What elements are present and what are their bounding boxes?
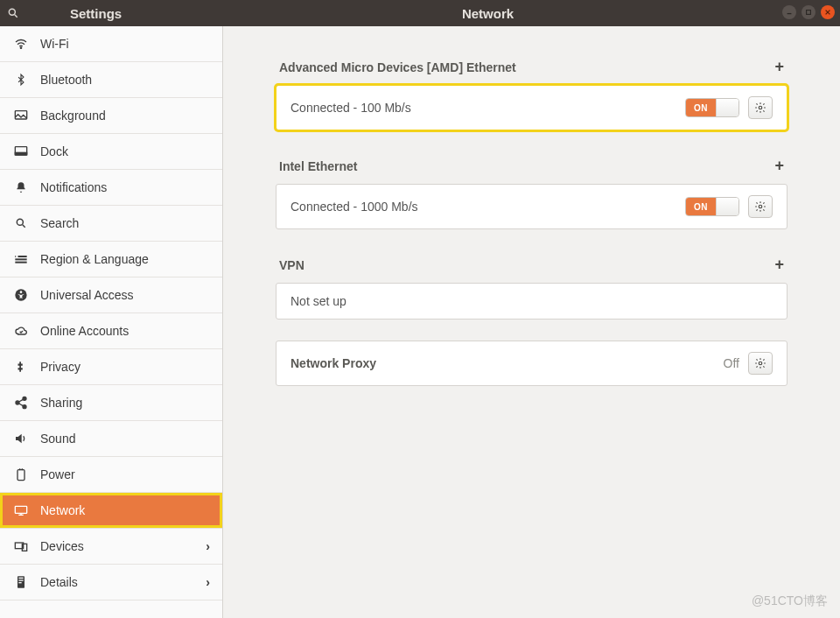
sidebar-item-dock[interactable]: Dock bbox=[0, 134, 222, 170]
add-vpn-button[interactable]: + bbox=[774, 256, 784, 274]
svg-point-6 bbox=[20, 47, 21, 48]
vpn-status: Not set up bbox=[290, 294, 346, 308]
section-header: Intel Ethernet + bbox=[276, 151, 788, 184]
sidebar-item-label: Dock bbox=[40, 144, 68, 158]
sidebar-item-label: Bluetooth bbox=[40, 73, 92, 87]
sidebar-item-universal-access[interactable]: Universal Access bbox=[0, 277, 222, 313]
connection-toggle[interactable]: ON bbox=[685, 98, 739, 117]
sidebar-item-label: Notifications bbox=[40, 180, 107, 194]
add-connection-button[interactable]: + bbox=[774, 157, 784, 175]
sidebar-item-search[interactable]: Search bbox=[0, 206, 222, 242]
svg-rect-32 bbox=[18, 578, 23, 579]
connection-toggle[interactable]: ON bbox=[685, 197, 739, 216]
bell-icon bbox=[12, 180, 30, 194]
close-button[interactable] bbox=[821, 5, 835, 19]
wifi-icon bbox=[12, 37, 30, 51]
minimize-button[interactable] bbox=[782, 5, 796, 19]
sidebar-item-wifi[interactable]: Wi-Fi bbox=[0, 26, 222, 62]
sound-icon bbox=[12, 432, 30, 445]
gear-icon bbox=[754, 357, 766, 369]
sidebar-item-sharing[interactable]: Sharing bbox=[0, 385, 222, 421]
titlebar: Settings Network bbox=[0, 0, 840, 26]
svg-rect-13 bbox=[15, 258, 26, 260]
section-header: VPN + bbox=[276, 250, 788, 283]
network-panel: Advanced Micro Devices [AMD] Ethernet + … bbox=[223, 26, 840, 618]
svg-line-21 bbox=[19, 399, 24, 402]
sidebar-item-label: Sharing bbox=[40, 396, 82, 410]
network-icon bbox=[12, 504, 30, 516]
sidebar-item-label: Universal Access bbox=[40, 288, 134, 302]
cloud-icon bbox=[12, 325, 30, 337]
section-title: VPN bbox=[279, 258, 304, 272]
window-controls bbox=[782, 5, 835, 19]
connection-status: Connected - 100 Mb/s bbox=[290, 101, 411, 115]
region-icon bbox=[12, 253, 30, 265]
svg-point-19 bbox=[23, 397, 26, 400]
sidebar-item-sound[interactable]: Sound bbox=[0, 421, 222, 457]
sidebar-item-privacy[interactable]: Privacy bbox=[0, 349, 222, 385]
proxy-section: Network Proxy Off bbox=[276, 341, 788, 386]
toggle-on-label: ON bbox=[686, 198, 716, 215]
svg-rect-23 bbox=[18, 470, 24, 481]
power-icon bbox=[12, 467, 30, 481]
connection-settings-button[interactable] bbox=[748, 195, 773, 218]
row-controls: ON bbox=[685, 96, 773, 119]
sidebar-item-notifications[interactable]: Notifications bbox=[0, 170, 222, 206]
sidebar-item-region[interactable]: Region & Language bbox=[0, 242, 222, 277]
svg-point-35 bbox=[759, 106, 762, 109]
layout: Wi-Fi Bluetooth Background Dock Notifica bbox=[0, 26, 840, 618]
proxy-state: Off bbox=[724, 356, 739, 370]
svg-point-0 bbox=[9, 9, 15, 15]
sidebar-item-network[interactable]: Network bbox=[0, 493, 222, 529]
header-page-title: Network bbox=[223, 6, 840, 21]
ethernet-section-intel: Intel Ethernet + Connected - 1000 Mb/s O… bbox=[276, 151, 788, 229]
connection-row-intel[interactable]: Connected - 1000 Mb/s ON bbox=[276, 184, 788, 229]
bluetooth-icon bbox=[12, 73, 30, 87]
universal-access-icon bbox=[12, 288, 30, 302]
toggle-knob bbox=[716, 198, 738, 215]
row-controls: ON bbox=[685, 195, 773, 218]
svg-point-36 bbox=[759, 205, 762, 208]
proxy-settings-button[interactable] bbox=[748, 352, 773, 375]
svg-rect-9 bbox=[15, 152, 26, 155]
svg-point-37 bbox=[759, 362, 762, 365]
sidebar-item-label: Power bbox=[40, 467, 75, 481]
vpn-row[interactable]: Not set up bbox=[276, 283, 788, 320]
svg-point-17 bbox=[20, 291, 23, 293]
add-connection-button[interactable]: + bbox=[774, 58, 784, 76]
details-icon bbox=[12, 575, 30, 589]
search-icon bbox=[12, 217, 30, 229]
sidebar-item-label: Background bbox=[40, 109, 106, 123]
svg-point-20 bbox=[23, 405, 26, 409]
dock-icon bbox=[12, 145, 30, 158]
section-header: Advanced Micro Devices [AMD] Ethernet + bbox=[276, 53, 788, 85]
header-search-button[interactable] bbox=[0, 0, 26, 26]
devices-icon bbox=[12, 540, 30, 552]
sidebar-item-label: Privacy bbox=[40, 360, 80, 374]
chevron-right-icon: › bbox=[206, 539, 210, 553]
svg-line-11 bbox=[23, 225, 25, 228]
header-app-title: Settings bbox=[26, 6, 223, 21]
sidebar-item-details[interactable]: Details › bbox=[0, 565, 222, 600]
gear-icon bbox=[754, 200, 766, 213]
network-proxy-row[interactable]: Network Proxy Off bbox=[276, 341, 788, 386]
privacy-icon bbox=[12, 360, 30, 374]
proxy-label: Network Proxy bbox=[290, 356, 376, 370]
svg-line-1 bbox=[15, 15, 18, 18]
maximize-button[interactable] bbox=[802, 5, 816, 19]
svg-rect-26 bbox=[15, 506, 26, 513]
svg-rect-14 bbox=[15, 262, 26, 263]
sidebar-item-power[interactable]: Power bbox=[0, 457, 222, 493]
sidebar-item-label: Search bbox=[40, 216, 79, 230]
sidebar-item-label: Region & Language bbox=[40, 252, 149, 266]
connection-row-amd[interactable]: Connected - 100 Mb/s ON bbox=[276, 85, 788, 130]
svg-line-22 bbox=[19, 404, 24, 406]
sidebar-item-bluetooth[interactable]: Bluetooth bbox=[0, 62, 222, 98]
gear-icon bbox=[754, 102, 766, 114]
sidebar-item-background[interactable]: Background bbox=[0, 98, 222, 134]
sidebar-item-devices[interactable]: Devices › bbox=[0, 529, 222, 565]
section-title: Intel Ethernet bbox=[279, 159, 357, 173]
toggle-knob bbox=[716, 99, 738, 116]
sidebar-item-online-accounts[interactable]: Online Accounts bbox=[0, 313, 222, 349]
connection-settings-button[interactable] bbox=[748, 96, 773, 119]
